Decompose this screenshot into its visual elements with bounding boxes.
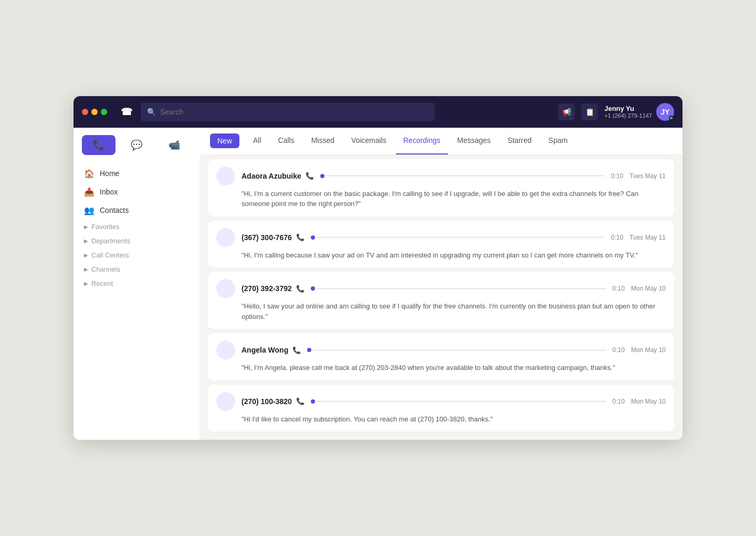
tab-all[interactable]: All <box>246 127 269 154</box>
rec-transcript-1: "Hi, I'm a current customer on the basic… <box>242 189 666 209</box>
app-logo: ☎ <box>118 104 134 120</box>
tab-starred[interactable]: Starred <box>500 127 539 154</box>
rec-avatar-3 <box>216 279 235 298</box>
recording-item-2[interactable]: (367) 300-7676 📞 0:10 Tues May 11 <box>208 221 674 268</box>
nav-section-label-callcenters: Call Centers <box>91 251 129 259</box>
speaker-icon: 📢 <box>562 108 571 116</box>
rec-duration-5: 0:10 <box>613 398 625 405</box>
nav-section-channels[interactable]: ▶ Channels <box>74 262 200 276</box>
nav-section-label-recent: Recent <box>91 280 113 287</box>
sidebar: 📞 💬 📹 🏠 Home 📥 Inbox 👥 Contacts <box>74 128 200 440</box>
tab-messages[interactable]: Messages <box>450 127 498 154</box>
tab-spam[interactable]: Spam <box>541 127 575 154</box>
rec-duration-3: 0:10 <box>613 285 625 292</box>
rec-name-5: (270) 100-3820 <box>242 397 292 406</box>
avatar-wrap: JY <box>656 103 674 121</box>
sidebar-nav: 🏠 Home 📥 Inbox 👥 Contacts ▶ Favorites ▶ <box>74 160 200 295</box>
home-icon: 🏠 <box>84 169 94 179</box>
waveform-5 <box>311 399 606 404</box>
contacts-icon: 👥 <box>84 205 94 215</box>
rec-info-5: (270) 100-3820 📞 0:10 <box>242 397 625 406</box>
phone-icon-2: 📞 <box>296 233 304 241</box>
phone-icon-4: 📞 <box>292 346 301 354</box>
rec-info-4: Angela Wong 📞 0:10 <box>242 346 625 354</box>
minimize-button[interactable] <box>91 109 98 115</box>
tab-calls[interactable]: Calls <box>271 127 302 154</box>
compose-icon: 📋 <box>585 108 594 116</box>
rec-name-3: (270) 392-3792 <box>242 284 292 293</box>
recording-list: Adaora Azubuike 📞 0:10 Tues May 11 <box>200 155 682 440</box>
rec-transcript-2: "Hi, I'm calling because I saw your ad o… <box>242 250 666 261</box>
chevron-right-icon-4: ▶ <box>84 266 88 272</box>
waveform-3 <box>311 286 606 291</box>
rec-avatar-4 <box>216 341 235 359</box>
user-name: Jenny Yu <box>604 105 652 112</box>
header-right: 📢 📋 Jenny Yu +1 (264) 279-1147 JY <box>558 103 674 121</box>
nav-section-recent[interactable]: ▶ Recent <box>74 276 200 291</box>
tab-missed[interactable]: Missed <box>304 127 342 154</box>
notifications-button[interactable]: 📢 <box>558 104 575 120</box>
nav-section-departments[interactable]: ▶ Departments <box>74 234 200 248</box>
nav-section-label-channels: Channels <box>91 265 120 273</box>
phone-icon-1: 📞 <box>306 172 314 180</box>
nav-label-contacts: Contacts <box>100 206 129 214</box>
rec-name-4: Angela Wong <box>242 346 288 354</box>
recording-item-3[interactable]: (270) 392-3792 📞 0:10 Mon May 10 <box>208 272 674 329</box>
rec-avatar-2 <box>216 228 235 247</box>
rec-avatar-5 <box>216 392 235 411</box>
close-button[interactable] <box>82 109 88 115</box>
online-indicator <box>669 116 674 120</box>
user-info[interactable]: Jenny Yu +1 (264) 279-1147 JY <box>604 103 674 121</box>
waveform-4 <box>307 348 606 352</box>
recording-item-4[interactable]: Angela Wong 📞 0:10 Mon May 10 <box>208 333 674 380</box>
tab-bar: New All Calls Missed Voicemails Recordin… <box>200 128 682 155</box>
search-input[interactable] <box>160 108 428 116</box>
chevron-right-icon: ▶ <box>84 224 88 230</box>
waveform-dot-3 <box>311 286 315 291</box>
waveform-dot-4 <box>307 348 311 352</box>
waveform-dot-1 <box>320 174 324 178</box>
tab-voicemails[interactable]: Voicemails <box>344 127 394 154</box>
maximize-button[interactable] <box>101 109 107 115</box>
tab-chat[interactable]: 💬 <box>120 135 153 155</box>
waveform-line-4 <box>313 350 606 351</box>
nav-section-label-departments: Departments <box>91 237 130 245</box>
tab-phone[interactable]: 📞 <box>82 135 116 155</box>
rec-date-4: Mon May 10 <box>631 346 666 354</box>
rec-transcript-5: "Hi I'd like to cancel my subscription. … <box>242 414 666 425</box>
app-window: ☎ 🔍 📢 📋 Jenny Yu +1 (264) 279-1147 JY <box>74 96 682 440</box>
nav-label-home: Home <box>100 169 119 178</box>
recording-item-1[interactable]: Adaora Azubuike 📞 0:10 Tues May 11 <box>208 159 674 217</box>
rec-name-2: (367) 300-7676 <box>242 233 292 242</box>
waveform-line-5 <box>317 401 606 401</box>
sidebar-tabs: 📞 💬 📹 <box>74 128 200 160</box>
nav-label-inbox: Inbox <box>100 188 118 196</box>
traffic-lights <box>82 109 107 115</box>
rec-info-1: Adaora Azubuike 📞 0:10 <box>242 172 623 180</box>
waveform-1 <box>320 174 605 178</box>
waveform-line-3 <box>317 288 606 289</box>
chevron-right-icon-2: ▶ <box>84 238 88 244</box>
nav-item-contacts[interactable]: 👥 Contacts <box>74 201 200 220</box>
phone-icon-3: 📞 <box>296 285 304 293</box>
rec-duration-1: 0:10 <box>611 172 623 180</box>
title-bar: ☎ 🔍 📢 📋 Jenny Yu +1 (264) 279-1147 JY <box>74 96 682 128</box>
tab-recordings[interactable]: Recordings <box>396 127 448 154</box>
user-phone: +1 (264) 279-1147 <box>604 112 652 119</box>
chevron-right-icon-3: ▶ <box>84 252 88 258</box>
tab-new-button[interactable]: New <box>210 133 239 148</box>
nav-section-callcenters[interactable]: ▶ Call Centers <box>74 248 200 262</box>
rec-avatar-1 <box>216 167 235 185</box>
rec-date-1: Tues May 11 <box>629 172 666 180</box>
nav-item-inbox[interactable]: 📥 Inbox <box>74 183 200 201</box>
waveform-dot-2 <box>311 235 315 240</box>
recording-item-5[interactable]: (270) 100-3820 📞 0:10 Mon May 10 <box>208 385 674 432</box>
waveform-line-2 <box>317 237 605 238</box>
nav-item-home[interactable]: 🏠 Home <box>74 164 200 183</box>
tab-video[interactable]: 📹 <box>158 135 191 155</box>
rec-name-1: Adaora Azubuike <box>242 172 301 180</box>
rec-date-3: Mon May 10 <box>631 285 666 292</box>
compose-button[interactable]: 📋 <box>581 104 598 120</box>
nav-section-favorites[interactable]: ▶ Favorites <box>74 220 200 234</box>
chevron-right-icon-5: ▶ <box>84 281 88 286</box>
